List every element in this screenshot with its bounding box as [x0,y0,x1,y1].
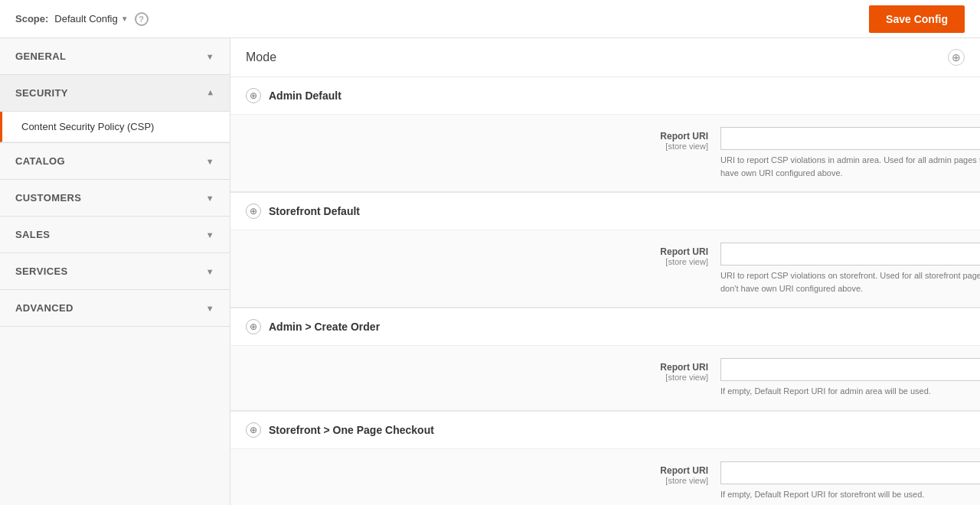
divider-2 [230,307,980,308]
form-row-admin-create-order-uri: Report URI [store view] If empty, Defaul… [230,346,980,410]
subsection-admin-default-toggle[interactable]: ⊕ [246,88,261,103]
section-header: Mode ⊕ [230,38,980,77]
form-label-sub-storefront-checkout-uri: [store view] [230,476,708,485]
subsection-admin-create-order-title: Admin > Create Order [269,321,380,333]
content-area: Mode ⊕ ⊕ Admin Default Report URI [store… [230,38,980,505]
form-label-col-admin-create-order: Report URI [store view] [230,358,720,382]
subsection-admin-default: ⊕ Admin Default Report URI [store view] … [230,77,980,193]
subsection-storefront-default-title: Storefront Default [269,205,360,217]
sidebar-item-customers-header[interactable]: CUSTOMERS ▼ [0,180,230,216]
help-icon[interactable]: ? [135,12,149,26]
sidebar-item-customers[interactable]: CUSTOMERS ▼ [0,180,230,217]
form-input-col-admin-default: URI to report CSP violations in admin ar… [720,127,980,179]
form-help-storefront-default: URI to report CSP violations on storefro… [720,269,980,295]
subsection-storefront-default-toggle[interactable]: ⊕ [246,204,261,219]
sidebar-catalog-chevron: ▼ [206,157,214,166]
form-label-col-storefront-checkout: Report URI [store view] [230,461,720,485]
sidebar-customers-chevron: ▼ [206,194,214,203]
save-config-button[interactable]: Save Config [869,5,965,33]
sidebar-item-services-label: SERVICES [15,266,68,277]
form-input-col-admin-create-order: If empty, Default Report URI for admin a… [720,358,980,398]
sidebar-item-general-header[interactable]: GENERAL ▼ [0,38,230,74]
sidebar-services-chevron: ▼ [206,267,214,276]
report-uri-admin-default-input[interactable] [720,127,980,150]
sidebar-item-services[interactable]: SERVICES ▼ [0,253,230,290]
sidebar-item-catalog[interactable]: CATALOG ▼ [0,143,230,180]
form-row-storefront-checkout-uri: Report URI [store view] If empty, Defaul… [230,449,980,506]
sidebar-security-subitems: Content Security Policy (CSP) [0,111,230,142]
subsection-storefront-checkout-header[interactable]: ⊕ Storefront > One Page Checkout [230,412,980,449]
form-label-sub-admin-create-order-uri: [store view] [230,373,708,382]
scope-dropdown-chevron: ▼ [121,15,129,23]
subsection-storefront-default-header[interactable]: ⊕ Storefront Default [230,193,980,230]
sidebar-item-customers-label: CUSTOMERS [15,192,81,204]
main-layout: GENERAL ▼ SECURITY ▼ Content Security Po… [0,38,980,505]
report-uri-storefront-checkout-input[interactable] [720,461,980,484]
subsection-admin-default-title: Admin Default [269,90,341,102]
sidebar-item-general[interactable]: GENERAL ▼ [0,38,230,75]
sidebar-item-sales[interactable]: SALES ▼ [0,217,230,253]
sidebar-item-security[interactable]: SECURITY ▼ Content Security Policy (CSP) [0,75,230,143]
sidebar-item-advanced-label: ADVANCED [15,302,74,314]
report-uri-storefront-default-input[interactable] [720,243,980,266]
scope-select[interactable]: Default Config ▼ [54,13,128,24]
form-label-col-storefront-default: Report URI [store view] [230,243,720,266]
subsection-storefront-default: ⊕ Storefront Default Report URI [store v… [230,193,980,308]
sidebar-subitem-csp[interactable]: Content Security Policy (CSP) [0,112,230,142]
form-label-col-admin-default: Report URI [store view] [230,127,720,151]
sidebar-subitem-csp-label: Content Security Policy (CSP) [21,121,154,132]
form-label-storefront-checkout-uri: Report URI [660,465,708,476]
form-help-admin-create-order: If empty, Default Report URI for admin a… [720,385,980,398]
sidebar-item-advanced[interactable]: ADVANCED ▼ [0,290,230,327]
form-label-admin-create-order-uri: Report URI [660,362,708,373]
form-label-sub-admin-default-uri: [store view] [230,142,708,151]
sidebar-security-chevron: ▼ [206,89,214,98]
report-uri-admin-create-order-input[interactable] [720,358,980,381]
sidebar-item-security-label: SECURITY [15,87,68,99]
subsection-storefront-checkout: ⊕ Storefront > One Page Checkout Report … [230,412,980,506]
subsection-admin-create-order-toggle[interactable]: ⊕ [246,319,261,334]
section-title: Mode [246,50,276,64]
sidebar-item-catalog-header[interactable]: CATALOG ▼ [0,143,230,179]
subsection-admin-create-order-header[interactable]: ⊕ Admin > Create Order [230,308,980,346]
form-row-storefront-default-uri: Report URI [store view] URI to report CS… [230,230,980,307]
mode-section: Mode ⊕ ⊕ Admin Default Report URI [store… [230,38,980,505]
scope-area: Scope: Default Config ▼ ? [15,12,149,26]
form-label-admin-default-uri: Report URI [660,131,708,142]
sidebar-general-chevron: ▼ [206,52,214,61]
divider-1 [230,191,980,192]
sidebar-item-advanced-header[interactable]: ADVANCED ▼ [0,290,230,326]
form-label-storefront-default-uri: Report URI [660,246,708,257]
top-bar: Scope: Default Config ▼ ? Save Config [0,0,980,38]
sidebar-item-security-header[interactable]: SECURITY ▼ [0,75,230,111]
sidebar-item-sales-header[interactable]: SALES ▼ [0,217,230,252]
form-help-storefront-checkout: If empty, Default Report URI for storefr… [720,488,980,501]
sidebar-item-services-header[interactable]: SERVICES ▼ [0,253,230,289]
form-row-admin-default-uri: Report URI [store view] URI to report CS… [230,115,980,191]
form-help-admin-default: URI to report CSP violations in admin ar… [720,154,980,179]
subsection-storefront-checkout-toggle[interactable]: ⊕ [246,422,261,438]
scope-label: Scope: [15,13,48,24]
section-collapse-button[interactable]: ⊕ [948,49,965,66]
divider-3 [230,410,980,411]
subsection-admin-default-header[interactable]: ⊕ Admin Default [230,77,980,115]
form-label-sub-storefront-default-uri: [store view] [230,257,708,266]
form-input-col-storefront-checkout: If empty, Default Report URI for storefr… [720,461,980,501]
sidebar-item-catalog-label: CATALOG [15,155,65,167]
sidebar-sales-chevron: ▼ [206,230,214,239]
subsection-admin-create-order: ⊕ Admin > Create Order Report URI [store… [230,308,980,412]
subsection-storefront-checkout-title: Storefront > One Page Checkout [269,424,434,436]
sidebar: GENERAL ▼ SECURITY ▼ Content Security Po… [0,38,230,505]
form-input-col-storefront-default: URI to report CSP violations on storefro… [720,243,980,295]
sidebar-item-sales-label: SALES [15,229,50,240]
scope-value: Default Config [54,13,117,24]
sidebar-item-general-label: GENERAL [15,50,66,62]
sidebar-advanced-chevron: ▼ [206,304,214,313]
